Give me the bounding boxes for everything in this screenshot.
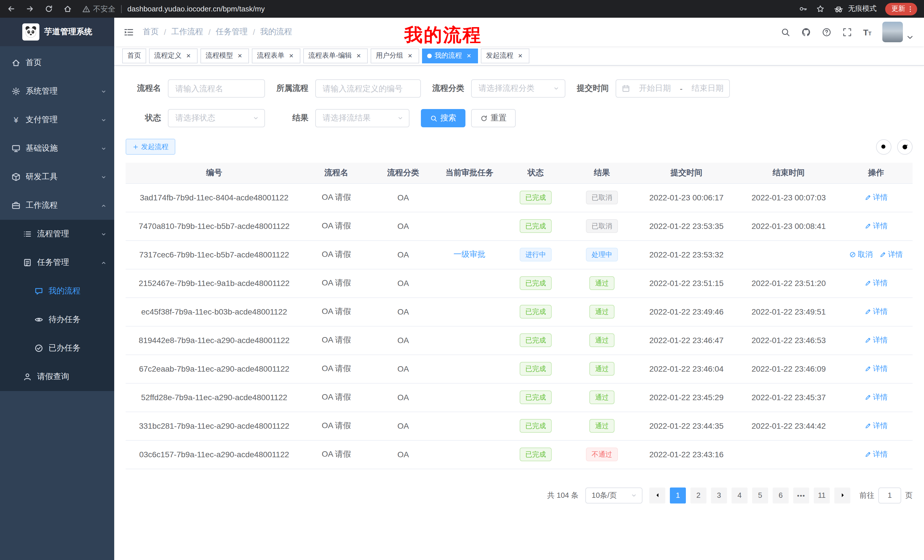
browser-home-icon[interactable] — [63, 4, 72, 13]
status-select[interactable]: 请选择状态 — [168, 109, 265, 127]
tab-start-process[interactable]: 发起流程× — [481, 48, 530, 63]
detail-button[interactable]: 详情 — [879, 250, 903, 260]
more-pages-button[interactable]: ••• — [793, 487, 809, 503]
next-page-button[interactable] — [834, 487, 850, 503]
detail-button[interactable]: 详情 — [864, 221, 888, 231]
detail-button[interactable]: 详情 — [864, 192, 888, 203]
tab-close-icon[interactable]: × — [465, 52, 473, 60]
process-name: OA 请假 — [303, 355, 370, 383]
detail-button[interactable]: 详情 — [864, 278, 888, 288]
avatar[interactable] — [882, 22, 903, 42]
submit-time-range-picker[interactable]: 开始日期 - 结束日期 — [616, 79, 730, 97]
sidebar-item-done-tasks[interactable]: 已办任务 — [0, 334, 114, 362]
refresh-table-button[interactable] — [897, 139, 913, 154]
calendar-icon — [622, 84, 630, 93]
password-key-icon[interactable] — [799, 4, 807, 13]
tab-home[interactable]: 首页 — [122, 48, 146, 63]
address-bar[interactable]: 不安全 dashboard.yudao.iocoder.cn/bpm/task/… — [82, 4, 265, 14]
process-name: OA 请假 — [303, 269, 370, 297]
url-text[interactable]: dashboard.yudao.iocoder.cn/bpm/task/my — [128, 4, 265, 13]
tab-user-group[interactable]: 用户分组× — [370, 48, 419, 63]
detail-button[interactable]: 详情 — [864, 421, 888, 431]
font-size-icon[interactable]: TT — [863, 28, 872, 36]
sidebar-toggle-icon[interactable] — [123, 27, 134, 37]
tab-process-form-edit[interactable]: 流程表单-编辑× — [303, 48, 368, 63]
submit-time: 2022-01-22 23:46:04 — [635, 355, 738, 383]
sidebar-item-home[interactable]: 首页 — [0, 48, 114, 77]
pencil-icon — [864, 422, 871, 429]
sidebar-item-leave-query[interactable]: 请假查询 — [0, 362, 114, 391]
chevron-down-icon — [252, 115, 259, 121]
sidebar-item-system-management[interactable]: 系统管理 — [0, 77, 114, 106]
tab-close-icon[interactable]: × — [406, 52, 414, 60]
reload-icon[interactable] — [45, 4, 53, 13]
user-menu[interactable] — [882, 22, 915, 42]
update-button[interactable]: 更新 — [885, 3, 917, 15]
cancel-button[interactable]: 取消 — [849, 250, 873, 260]
tab-close-icon[interactable]: × — [516, 52, 524, 60]
fullscreen-icon[interactable] — [843, 27, 852, 37]
pencil-icon — [864, 394, 871, 401]
warning-icon[interactable] — [82, 5, 90, 13]
sidebar-item-dev-tools[interactable]: 研发工具 — [0, 163, 114, 191]
page-button-4[interactable]: 4 — [732, 487, 747, 503]
breadcrumb-item[interactable]: 任务管理 — [216, 27, 248, 37]
detail-button[interactable]: 详情 — [864, 449, 888, 460]
tab-close-icon[interactable]: × — [236, 52, 244, 60]
back-icon[interactable] — [7, 4, 15, 13]
category-select[interactable]: 请选择流程分类 — [471, 79, 566, 97]
detail-button[interactable]: 详情 — [864, 364, 888, 374]
tab-close-icon[interactable]: × — [355, 52, 363, 60]
bookmark-star-icon[interactable] — [816, 4, 825, 13]
page-button-1[interactable]: 1 — [670, 487, 686, 503]
sidebar-item-infrastructure[interactable]: 基础设施 — [0, 134, 114, 163]
breadcrumb-separator: / — [253, 27, 255, 36]
tab-process-model[interactable]: 流程模型× — [201, 48, 249, 63]
sidebar-item-todo-tasks[interactable]: 待办任务 — [0, 305, 114, 334]
column-header: 流程分类 — [370, 163, 436, 183]
tab-process-definition[interactable]: 流程定义× — [149, 48, 198, 63]
security-label[interactable]: 不安全 — [93, 4, 116, 14]
search-icon[interactable] — [781, 27, 790, 37]
status-cell: 已完成 — [502, 383, 569, 412]
jump-page-input[interactable] — [878, 487, 901, 503]
reset-button[interactable]: 重置 — [471, 109, 516, 127]
breadcrumb-item[interactable]: 工作流程 — [171, 27, 203, 37]
detail-button[interactable]: 详情 — [864, 335, 888, 345]
tab-process-form[interactable]: 流程表单× — [252, 48, 300, 63]
prev-page-button[interactable] — [650, 487, 665, 503]
process-definition-input[interactable] — [315, 79, 421, 97]
search-button[interactable]: 搜索 — [421, 109, 465, 127]
detail-button[interactable]: 详情 — [864, 307, 888, 317]
breadcrumb-item[interactable]: 首页 — [143, 27, 159, 37]
page-button-11[interactable]: 11 — [814, 487, 830, 503]
toggle-search-button[interactable] — [876, 139, 891, 154]
browser-menu-icon[interactable] — [906, 5, 914, 13]
page-size-select[interactable]: 10条/页 — [585, 487, 642, 503]
tab-my-process[interactable]: 我的流程× — [422, 48, 478, 63]
sidebar-item-task-management[interactable]: 任务管理 — [0, 248, 114, 277]
help-icon[interactable] — [822, 27, 832, 37]
page-button-5[interactable]: 5 — [752, 487, 768, 503]
page-button-2[interactable]: 2 — [690, 487, 706, 503]
process-category: OA — [370, 355, 436, 383]
current-task-link[interactable]: 一级审批 — [453, 250, 485, 259]
detail-button[interactable]: 详情 — [864, 392, 888, 403]
tab-close-icon[interactable]: × — [184, 52, 192, 60]
action-label: 详情 — [873, 449, 888, 460]
process-name-input[interactable] — [168, 79, 265, 97]
sidebar-item-my-process[interactable]: 我的流程 — [0, 277, 114, 305]
page-button-6[interactable]: 6 — [772, 487, 789, 503]
logo-image — [22, 23, 39, 40]
sidebar-item-process-management[interactable]: 流程管理 — [0, 220, 114, 248]
github-icon[interactable] — [801, 27, 811, 37]
page-button-3[interactable]: 3 — [711, 487, 727, 503]
tab-close-icon[interactable]: × — [287, 52, 295, 60]
app-logo[interactable]: 芋道管理系统 — [0, 18, 114, 46]
result-select[interactable]: 请选择流结果 — [315, 109, 410, 127]
forward-icon[interactable] — [26, 4, 34, 13]
result-badge: 通过 — [590, 333, 615, 347]
sidebar-item-payment-management[interactable]: ¥支付管理 — [0, 106, 114, 134]
start-process-button[interactable]: 发起流程 — [126, 139, 176, 155]
sidebar-item-workflow[interactable]: 工作流程 — [0, 191, 114, 220]
